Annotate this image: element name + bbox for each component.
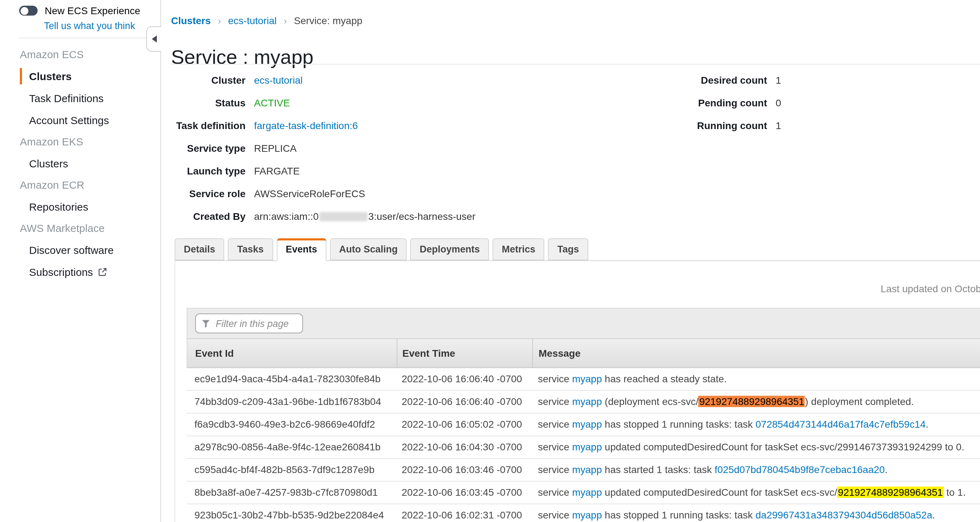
sidebar-section-label: AWS Marketplace (20, 222, 105, 234)
sidebar-item-label: Clusters (29, 157, 68, 170)
last-updated-text: Last updated on Octob (881, 283, 980, 294)
sidebar-section-amazon-ecr: Amazon ECR (0, 175, 160, 196)
sidebar-section-label: Amazon ECR (20, 179, 84, 191)
detail-value-task-definition: fargate-task-definition:6 (254, 120, 358, 131)
service-counts: Desired count1Pending count0Running coun… (674, 69, 781, 137)
tab-details[interactable]: Details (175, 238, 224, 260)
new-ecs-experience-toggle[interactable] (19, 6, 38, 16)
message-text: has stopped 1 running tasks: task (602, 419, 756, 430)
message-link[interactable]: da29967431a3483794304d56d850a52a (756, 509, 932, 520)
cell-message: service myapp has started 1 tasks: task … (538, 459, 980, 481)
count-label: Pending count (674, 97, 767, 108)
tab-bar: DetailsTasksEventsAuto ScalingDeployment… (175, 238, 588, 260)
message-text: . (885, 464, 888, 475)
filter-field (195, 314, 303, 333)
table-row: 923b05c1-30b2-47bb-b535-9d2be22084e42022… (187, 504, 980, 522)
redacted-account-id (319, 212, 368, 221)
detail-row-task-definition: Task definitionfargate-task-definition:6 (171, 114, 476, 137)
sidebar: New ECS Experience Tell us what you thin… (0, 0, 161, 522)
message-text: ) deployment completed. (805, 396, 914, 407)
tab-events[interactable]: Events (277, 238, 326, 261)
message-text: updated computedDesiredCount for taskSet… (602, 441, 964, 452)
tab-metrics[interactable]: Metrics (493, 238, 545, 260)
column-separator (397, 339, 398, 367)
sidebar-section-amazon-eks: Amazon EKS (0, 131, 160, 152)
cell-message: service myapp (deployment ecs-svc/921927… (538, 391, 980, 413)
message-text: service (538, 464, 572, 475)
cell-event-time: 2022-10-06 16:06:40 -0700 (402, 368, 536, 390)
sidebar-item-discover-software[interactable]: Discover software (0, 239, 160, 261)
detail-label: Created By (171, 211, 245, 222)
message-link[interactable]: myapp (572, 396, 602, 407)
message-text: to 1. (943, 487, 966, 498)
message-link[interactable]: f025d07bd780454b9f8e7cebac16aa20 (714, 464, 885, 475)
tab-auto-scaling[interactable]: Auto Scaling (330, 238, 407, 260)
message-link[interactable]: myapp (572, 464, 602, 475)
breadcrumb-separator-icon: › (218, 16, 221, 26)
tab-deployments[interactable]: Deployments (410, 238, 489, 260)
tab-tasks[interactable]: Tasks (228, 238, 273, 260)
count-label: Running count (674, 120, 767, 131)
sidebar-item-clusters[interactable]: Clusters (0, 152, 160, 175)
page-title: Service : myapp (171, 46, 313, 69)
events-toolbar (187, 308, 980, 338)
sidebar-item-account-settings[interactable]: Account Settings (0, 109, 160, 131)
ecs-console-page: New ECS Experience Tell us what you thin… (0, 0, 980, 522)
created-by-prefix: arn:aws:iam::0 (254, 211, 319, 222)
message-text: service (538, 419, 572, 430)
column-header-event-id: Event Id (195, 339, 234, 367)
sidebar-item-subscriptions[interactable]: Subscriptions (0, 261, 160, 283)
message-text: updated computedDesiredCount for taskSet… (602, 487, 837, 498)
sidebar-collapse-button[interactable] (146, 26, 161, 52)
sidebar-item-task-definitions[interactable]: Task Definitions (0, 87, 160, 109)
feedback-link[interactable]: Tell us what you think (44, 21, 135, 31)
created-by-suffix: 3:user/ecs-harness-user (368, 211, 476, 222)
sidebar-item-repositories[interactable]: Repositories (0, 196, 160, 218)
detail-link[interactable]: fargate-task-definition:6 (254, 120, 358, 131)
message-text: has stopped 1 running tasks: task (602, 509, 756, 520)
table-row: 8beb3a8f-a0e7-4257-983b-c7fc870980d12022… (187, 482, 980, 504)
message-link[interactable]: myapp (572, 419, 602, 430)
cell-message: service myapp has stopped 1 running task… (538, 504, 980, 522)
cell-event-id: ec9e1d94-9aca-45b4-a4a1-7823030fe84b (194, 368, 396, 390)
breadcrumb-item-ecs-tutorial[interactable]: ecs-tutorial (228, 15, 277, 26)
message-link[interactable]: myapp (572, 487, 602, 498)
column-separator (532, 339, 533, 367)
cell-event-time: 2022-10-06 16:02:31 -0700 (402, 504, 536, 522)
filter-input[interactable] (195, 314, 303, 333)
service-details: Clusterecs-tutorialStatusACTIVETask defi… (171, 69, 476, 228)
count-label: Desired count (674, 75, 767, 86)
collapse-left-icon (151, 35, 156, 43)
tab-tags[interactable]: Tags (548, 238, 588, 260)
message-link[interactable]: myapp (572, 509, 602, 520)
message-link[interactable]: myapp (572, 441, 602, 452)
message-text: service (538, 396, 572, 407)
search-highlight: 9219274889298964351 (698, 396, 805, 407)
breadcrumb-separator-icon: › (284, 16, 287, 26)
message-text: has reached a steady state. (602, 373, 727, 384)
detail-label: Task definition (171, 120, 245, 131)
sidebar-divider (19, 38, 145, 38)
cell-message: service myapp updated computedDesiredCou… (538, 482, 980, 503)
tab-panel-left-border (175, 260, 175, 522)
cell-message: service myapp updated computedDesiredCou… (538, 436, 980, 458)
active-item-indicator (20, 68, 22, 84)
cell-event-time: 2022-10-06 16:03:45 -0700 (402, 482, 536, 503)
external-link-icon (98, 262, 107, 284)
table-row: f6a9cdb3-9460-49e3-b2c6-98669e40fdf22022… (187, 414, 980, 436)
message-link[interactable]: 072854d473144d46a17fa4c7efb59c14 (756, 419, 926, 430)
sidebar-nav: Amazon ECSClustersTask DefinitionsAccoun… (0, 44, 160, 283)
detail-link[interactable]: ecs-tutorial (254, 75, 303, 86)
column-header-event-time: Event Time (402, 339, 455, 367)
breadcrumb-item-clusters[interactable]: Clusters (171, 15, 211, 26)
events-table-body: ec9e1d94-9aca-45b4-a4a1-7823030fe84b2022… (187, 368, 980, 522)
message-text: service (538, 441, 572, 452)
detail-value-cluster: ecs-tutorial (254, 75, 303, 86)
cell-event-id: 8beb3a8f-a0e7-4257-983b-c7fc870980d1 (194, 482, 396, 503)
table-row: a2978c90-0856-4a8e-9f4c-12eae260841b2022… (187, 436, 980, 459)
detail-label: Cluster (171, 75, 245, 86)
message-link[interactable]: myapp (572, 373, 602, 384)
sidebar-item-clusters[interactable]: Clusters (0, 65, 160, 87)
detail-row-launch-type: Launch typeFARGATE (171, 160, 476, 182)
count-value: 1 (776, 75, 781, 86)
